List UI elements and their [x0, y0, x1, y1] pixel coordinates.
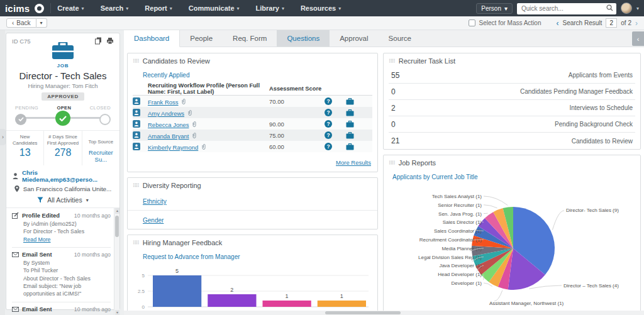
menu-report[interactable]: Report▾ — [145, 4, 172, 12]
profile-card-icon[interactable] — [133, 143, 140, 150]
candidate-name-link[interactable]: Amy Andrews — [148, 110, 184, 117]
task-label: Candidates Pending Manager Feedback — [520, 88, 635, 95]
activities-filter[interactable]: All Activities ▾ — [6, 196, 119, 204]
search-scope-dropdown[interactable]: Person▾ — [476, 3, 513, 14]
applicants-report-link[interactable]: Applicants by Current Job Title — [392, 174, 478, 180]
tab-req-form[interactable]: Req. Form — [223, 30, 277, 47]
briefcase-icon[interactable] — [346, 121, 354, 128]
gender-link[interactable]: Gender — [143, 217, 164, 224]
advance-report-link[interactable]: Request to Advance from Manager — [143, 253, 240, 260]
diversity-panel: ⠿⠿ Diversity Reporting Ethnicity Gender — [127, 177, 378, 229]
more-results-link[interactable]: More Results — [336, 159, 371, 166]
svg-text:Senior Recruiter (1): Senior Recruiter (1) — [438, 202, 482, 208]
print-icon[interactable] — [106, 37, 114, 45]
briefcase-icon[interactable] — [346, 143, 354, 150]
menu-resources[interactable]: Resources▾ — [301, 4, 341, 12]
svg-text:5: 5 — [175, 268, 179, 274]
svg-text:1: 1 — [286, 293, 289, 299]
record-type-label: JOB — [6, 63, 119, 69]
candidate-name-link[interactable]: Frank Ross — [148, 99, 179, 106]
screening-question-icon[interactable]: ? — [325, 120, 332, 128]
menu-create[interactable]: Create▾ — [57, 4, 84, 12]
candidate-name-link[interactable]: Kimberly Raymond — [148, 144, 198, 151]
panel-expand-handle[interactable]: › — [0, 129, 6, 145]
candidate-name-link[interactable]: Rebecca Jones — [148, 121, 189, 128]
result-number-input[interactable]: 2 — [606, 18, 617, 28]
profile-card-icon[interactable] — [133, 120, 140, 128]
prev-result-icon[interactable]: ‹ — [557, 19, 559, 27]
tab-approval[interactable]: Approval — [330, 30, 378, 47]
read-more-link[interactable]: Read More — [23, 236, 51, 243]
drag-handle-icon[interactable]: ⠿⠿ — [389, 160, 395, 166]
back-button[interactable]: ‹Back — [6, 18, 36, 28]
chevron-down-icon: ▾ — [126, 6, 128, 11]
tab-dashboard[interactable]: Dashboard — [124, 30, 180, 47]
recruiter-link[interactable]: Chris Miedema,emp63@perso... — [22, 169, 113, 183]
briefcase-icon[interactable] — [346, 98, 354, 105]
chevron-down-icon: ▾ — [338, 6, 341, 11]
candidate-name-link[interactable]: Amanda Bryant — [148, 133, 189, 140]
menu-communicate[interactable]: Communicate▾ — [189, 4, 240, 12]
activity-title: Email Sent — [22, 306, 52, 312]
avatar[interactable] — [621, 3, 632, 14]
table-row: Frank Ross 70.00 ? — [133, 96, 372, 107]
tab-people[interactable]: People — [180, 30, 223, 47]
ethnicity-link[interactable]: Ethnicity — [143, 198, 167, 205]
workflow-step-pending[interactable] — [15, 114, 26, 125]
result-total: of 2 — [621, 19, 631, 26]
drag-handle-icon[interactable]: ⠿⠿ — [389, 58, 395, 64]
briefcase-icon[interactable] — [346, 109, 354, 116]
workflow-step-open[interactable] — [55, 111, 70, 126]
drag-handle-icon[interactable]: ⠿⠿ — [133, 183, 139, 189]
task-row[interactable]: 0 Candidates Pending Manager Feedback — [389, 84, 635, 100]
activity-item[interactable]: Profile Edited 10 months ago By iAdmin (… — [12, 212, 111, 248]
screening-question-icon[interactable]: ? — [325, 143, 332, 150]
community-icon[interactable] — [35, 4, 44, 13]
table-row: Kimberly Raymond 60.00 ? — [133, 141, 372, 152]
next-result-icon[interactable]: › — [635, 19, 638, 27]
svg-text:0: 0 — [142, 304, 145, 310]
screening-question-icon[interactable]: ? — [325, 97, 332, 105]
menu-search[interactable]: Search▾ — [101, 4, 129, 12]
chevron-down-icon[interactable]: ▾ — [636, 6, 639, 11]
workflow-step-closed[interactable] — [99, 114, 111, 125]
search-icon[interactable] — [606, 4, 613, 11]
activity-item[interactable]: Email Sent 10 months ago By System To Pa… — [12, 306, 111, 315]
profile-card-icon[interactable] — [133, 97, 140, 105]
horizontal-scrollbar[interactable] — [124, 311, 644, 315]
activity-item[interactable]: Email Sent 10 months ago By System To Ph… — [12, 251, 111, 302]
paperclip-icon — [192, 121, 197, 127]
top-source-link[interactable]: Recruiter Su... — [84, 149, 118, 163]
profile-card-icon[interactable] — [133, 131, 140, 139]
status-badge: APPROVED — [42, 92, 84, 101]
screening-question-icon[interactable]: ? — [325, 131, 332, 139]
profile-card-icon[interactable] — [133, 109, 140, 116]
applicants-pie-chart: Tech Sales Analyst (1)Senior Recruiter (… — [384, 184, 640, 315]
task-row[interactable]: 21 Candidates to Review — [389, 133, 635, 149]
copy-icon[interactable] — [95, 37, 102, 45]
tab-questions[interactable]: Questions — [277, 30, 330, 47]
quick-search-input[interactable] — [517, 3, 616, 14]
briefcase-icon[interactable] — [346, 132, 354, 139]
back-dropdown-button[interactable]: ▾ — [36, 18, 47, 28]
paperclip-icon — [187, 110, 192, 116]
chevron-down-icon: ▾ — [86, 197, 89, 203]
scroll-up-icon[interactable]: ▴ — [115, 208, 119, 214]
icims-app: icims Create▾ Search▾ Report▾ Communicat… — [0, 0, 644, 315]
task-row[interactable]: 55 Applicants from Events — [389, 67, 635, 84]
activity-title: Profile Edited — [22, 213, 60, 219]
feed-scrollbar[interactable]: ▴ ▾ — [114, 208, 119, 315]
screening-question-icon[interactable]: ? — [325, 109, 332, 116]
scroll-down-icon[interactable]: ▾ — [115, 310, 119, 315]
new-candidates-count[interactable]: 13 — [8, 147, 42, 158]
mass-action-checkbox[interactable] — [469, 19, 475, 26]
task-row[interactable]: 0 Pending Background Check — [389, 116, 635, 133]
recently-applied-link[interactable]: Recently Applied — [143, 72, 190, 79]
collapse-panel-button[interactable]: ‹ — [632, 31, 644, 46]
drag-handle-icon[interactable]: ⠿⠿ — [133, 240, 139, 246]
task-row[interactable]: 2 Interviews to Schedule — [389, 100, 635, 116]
menu-library[interactable]: Library▾ — [256, 4, 284, 12]
drag-handle-icon[interactable]: ⠿⠿ — [133, 58, 139, 64]
job-stats: New Candidates 13 # Days Since First App… — [6, 130, 119, 165]
tab-source[interactable]: Source — [379, 30, 421, 47]
